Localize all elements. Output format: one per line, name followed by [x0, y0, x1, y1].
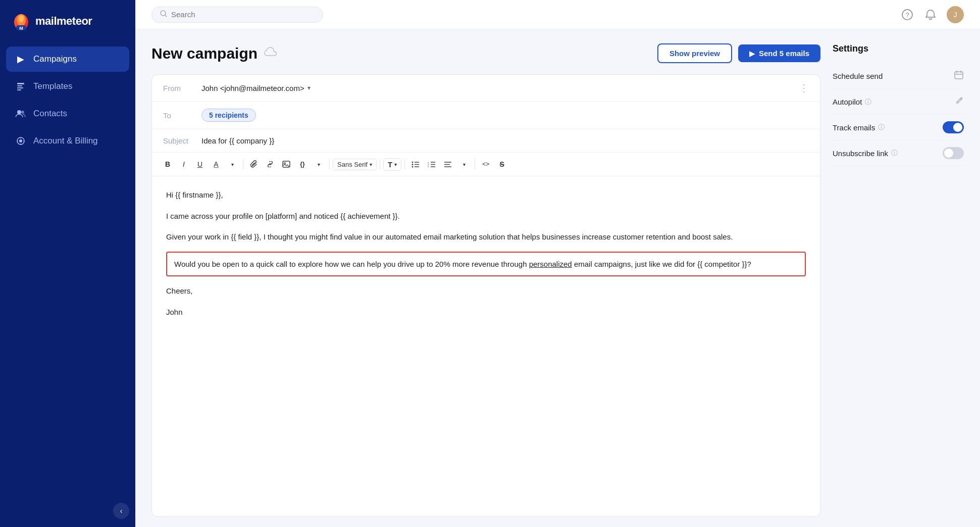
sidebar-item-templates[interactable]: Templates — [6, 74, 129, 99]
settings-schedule-send-row: Schedule send — [833, 63, 964, 89]
unsubscribe-text: Unsubscribe link — [833, 149, 888, 158]
campaign-title: New campaign — [151, 45, 257, 62]
sidebar-item-account-billing[interactable]: Account & Billing — [6, 128, 129, 154]
send-emails-button[interactable]: ▶ Send 5 emails — [738, 44, 820, 62]
italic-button[interactable]: I — [176, 157, 191, 172]
autopilot-action[interactable] — [955, 96, 964, 108]
avatar[interactable]: J — [947, 6, 964, 23]
email-intro: I came across your profile on [platform]… — [166, 210, 806, 223]
svg-point-2 — [19, 15, 24, 22]
composer-menu-button[interactable]: ⋮ — [799, 82, 809, 94]
svg-text:?: ? — [905, 11, 909, 19]
image-button[interactable] — [279, 157, 294, 172]
show-preview-button[interactable]: Show preview — [657, 43, 732, 63]
to-value: 5 recipients — [201, 109, 809, 122]
unsubscribe-toggle[interactable] — [943, 147, 964, 159]
cloud-save-icon — [264, 46, 278, 61]
contacts-icon — [15, 108, 26, 119]
settings-autopilot-row: Autopilot ⓘ — [833, 89, 964, 115]
svg-rect-8 — [17, 89, 21, 90]
toolbar-separator-4 — [404, 159, 405, 169]
font-family-dropdown[interactable]: Sans Serif ▾ — [333, 159, 377, 170]
autopilot-text: Autopilot — [833, 98, 862, 106]
sidebar-item-contacts[interactable]: Contacts — [6, 101, 129, 126]
send-emails-label: Send 5 emails — [759, 49, 809, 58]
variable-button[interactable]: {} — [295, 157, 310, 172]
track-emails-toggle[interactable] — [943, 121, 964, 133]
topbar-right: ? J — [900, 6, 964, 23]
email-body1: Given your work in {{ field }}, I though… — [166, 230, 806, 244]
editor-body[interactable]: Hi {{ firstname }}, I came across your p… — [152, 176, 820, 516]
editor-toolbar: B I U A ▾ — [152, 153, 820, 176]
logo-text: mailmeteor — [35, 15, 92, 28]
svg-point-21 — [412, 166, 414, 167]
svg-rect-6 — [17, 85, 22, 86]
text-color-caret[interactable]: ▾ — [225, 157, 240, 172]
email-sign-cheers: Cheers, — [166, 284, 806, 298]
number-list-button[interactable]: 1.2.3. — [424, 157, 439, 172]
bullet-list-button[interactable] — [408, 157, 423, 172]
variable-firstname: {{ firstname }} — [175, 190, 221, 199]
search-input[interactable] — [171, 10, 315, 19]
unsubscribe-info-icon[interactable]: ⓘ — [891, 149, 898, 158]
strikethrough-button[interactable]: S — [494, 157, 509, 172]
underline-personalized: personalized — [529, 260, 572, 268]
composer-subject-row: Subject Idea for {{ company }} — [152, 129, 820, 153]
unsubscribe-label: Unsubscribe link ⓘ — [833, 149, 898, 158]
toolbar-separator-1 — [243, 159, 243, 169]
text-color-label: A — [214, 160, 218, 168]
campaign-title-row: New campaign — [151, 45, 278, 62]
track-emails-info-icon[interactable]: ⓘ — [878, 123, 885, 132]
sidebar-item-campaigns-label: Campaigns — [33, 54, 77, 64]
schedule-send-action[interactable] — [954, 70, 964, 82]
font-family-label: Sans Serif — [337, 161, 368, 168]
from-dropdown[interactable]: John <john@mailmeteor.com> ▾ — [201, 84, 311, 92]
subject-value[interactable]: Idea for {{ company }} — [201, 136, 809, 145]
svg-point-20 — [412, 164, 414, 165]
highlighted-cta-block: Would you be open to a quick call to exp… — [166, 252, 806, 277]
svg-point-19 — [412, 161, 414, 163]
email-sign-name: John — [166, 306, 806, 319]
account-billing-icon — [15, 135, 26, 147]
font-family-caret: ▾ — [370, 162, 372, 167]
code-button[interactable]: <> — [478, 157, 493, 172]
link-button[interactable] — [263, 157, 278, 172]
sidebar-collapse-button[interactable]: ‹ — [113, 503, 129, 519]
text-color-button[interactable]: A — [209, 157, 224, 172]
svg-rect-34 — [955, 72, 963, 79]
content: New campaign Show preview ▶ Send 5 email… — [135, 29, 980, 527]
underline-button[interactable]: U — [192, 157, 208, 172]
help-icon[interactable]: ? — [900, 8, 914, 22]
search-box[interactable] — [151, 7, 323, 23]
settings-title: Settings — [833, 43, 964, 54]
recipients-badge[interactable]: 5 recipients — [201, 109, 256, 122]
toolbar-separator-2 — [329, 159, 330, 169]
autopilot-info-icon[interactable]: ⓘ — [865, 98, 871, 107]
variable-competitor: {{ competitor }} — [697, 260, 747, 268]
sidebar: M mailmeteor ▶ Campaigns Templates Conta… — [0, 0, 135, 527]
email-greeting: Hi {{ firstname }}, — [166, 188, 806, 202]
from-caret-icon: ▾ — [307, 84, 311, 91]
from-email: John <john@mailmeteor.com> — [201, 84, 304, 92]
svg-text:M: M — [19, 26, 23, 31]
align-button[interactable] — [440, 157, 455, 172]
variable-caret[interactable]: ▾ — [311, 157, 326, 172]
composer-to-row: To 5 recipients — [152, 102, 820, 129]
bold-button[interactable]: B — [160, 157, 175, 172]
to-label: To — [163, 111, 193, 120]
font-size-dropdown[interactable]: T ▾ — [383, 158, 401, 171]
topbar: ? J — [135, 0, 980, 29]
schedule-send-label: Schedule send — [833, 72, 883, 80]
sidebar-item-campaigns[interactable]: ▶ Campaigns — [6, 46, 129, 72]
variable-field: {{ field }} — [231, 232, 259, 241]
notifications-icon[interactable] — [923, 8, 938, 22]
from-value: John <john@mailmeteor.com> ▾ — [201, 84, 791, 92]
logo: M mailmeteor — [0, 0, 135, 42]
track-emails-label: Track emails ⓘ — [833, 123, 885, 132]
logo-icon: M — [12, 11, 30, 31]
track-emails-text: Track emails — [833, 123, 875, 132]
align-caret[interactable]: ▾ — [456, 157, 472, 172]
send-icon: ▶ — [749, 50, 755, 58]
svg-text:3.: 3. — [428, 165, 429, 168]
attach-button[interactable] — [246, 157, 262, 172]
